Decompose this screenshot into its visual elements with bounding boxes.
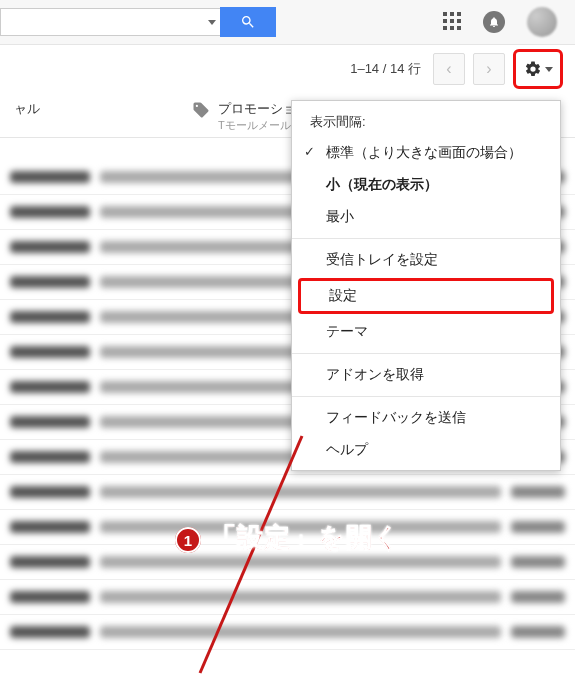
mail-row[interactable] [0, 615, 575, 650]
annotation-badge: 1 [175, 527, 201, 553]
svg-rect-7 [450, 26, 454, 30]
settings-menu: 表示間隔: 標準（より大きな画面の場合） 小（現在の表示） 最小 受信トレイを設… [291, 100, 561, 471]
search-button[interactable] [220, 7, 276, 37]
menu-header-density: 表示間隔: [292, 109, 560, 137]
mail-row[interactable] [0, 580, 575, 615]
search-options-caret-icon[interactable] [208, 20, 216, 25]
tab-promo-sub: Tモールメール [218, 118, 296, 132]
page-count: 1–14 / 14 行 [350, 60, 421, 78]
caret-down-icon [545, 67, 553, 72]
gear-icon [524, 60, 542, 78]
avatar[interactable] [527, 7, 557, 37]
tab-social[interactable]: ャル [0, 93, 178, 118]
svg-rect-8 [457, 26, 461, 30]
menu-density-standard[interactable]: 標準（より大きな画面の場合） [292, 137, 560, 169]
menu-configure-inbox[interactable]: 受信トレイを設定 [292, 244, 560, 276]
menu-divider [292, 238, 560, 239]
svg-rect-5 [457, 19, 461, 23]
search-input[interactable] [0, 8, 220, 36]
menu-divider [292, 396, 560, 397]
menu-density-min[interactable]: 最小 [292, 201, 560, 233]
notifications-icon[interactable] [483, 11, 505, 33]
menu-density-small[interactable]: 小（現在の表示） [292, 169, 560, 201]
menu-addons[interactable]: アドオンを取得 [292, 359, 560, 391]
apps-icon[interactable] [443, 12, 461, 33]
next-page-button[interactable]: › [473, 53, 505, 85]
menu-help[interactable]: ヘルプ [292, 434, 560, 466]
svg-rect-0 [443, 12, 447, 16]
prev-page-button[interactable]: ‹ [433, 53, 465, 85]
svg-rect-3 [443, 19, 447, 23]
tag-icon [192, 101, 210, 119]
settings-gear-button[interactable] [513, 49, 563, 89]
svg-rect-6 [443, 26, 447, 30]
svg-rect-4 [450, 19, 454, 23]
menu-divider [292, 353, 560, 354]
svg-rect-2 [457, 12, 461, 16]
search-icon [240, 14, 256, 30]
menu-settings[interactable]: 設定 [298, 278, 554, 314]
chevron-left-icon: ‹ [446, 60, 451, 78]
tab-promo-label: プロモーショ [218, 101, 296, 118]
chevron-right-icon: › [486, 60, 491, 78]
tab-social-label: ャル [14, 101, 40, 118]
svg-rect-1 [450, 12, 454, 16]
menu-feedback[interactable]: フィードバックを送信 [292, 402, 560, 434]
annotation-text: 「設定」を開く [210, 520, 401, 555]
menu-theme[interactable]: テーマ [292, 316, 560, 348]
mail-row[interactable] [0, 475, 575, 510]
